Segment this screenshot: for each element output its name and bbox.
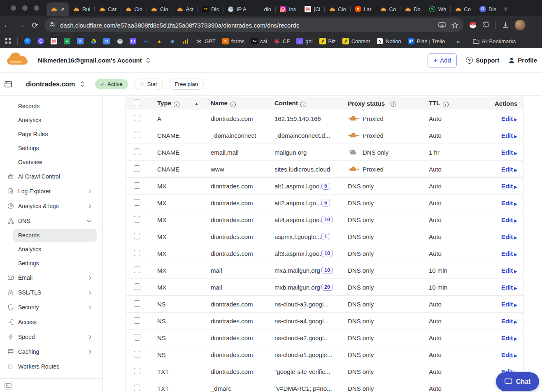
browser-profile-avatar[interactable]: [515, 20, 526, 30]
chat-button[interactable]: Chat: [496, 372, 539, 391]
bookmark-star-icon[interactable]: [451, 22, 458, 29]
extensions-puzzle-icon[interactable]: [482, 21, 490, 29]
info-icon[interactable]: i: [443, 102, 449, 107]
profile-link[interactable]: Profile: [508, 57, 537, 64]
sidebar-item-dns[interactable]: DNS: [0, 213, 102, 228]
edit-record-button[interactable]: Edit▶: [501, 149, 517, 156]
bookmark-item[interactable]: Calcal: [251, 38, 267, 44]
sidebar-item-access[interactable]: Access: [0, 315, 102, 329]
bookmark-item[interactable]: ⫻Content: [342, 38, 370, 44]
new-tab-button[interactable]: +: [504, 5, 508, 14]
sidebar-item-settings[interactable]: Settings: [0, 256, 102, 270]
bookmark-item[interactable]: Plan | Trello: [408, 38, 445, 44]
bookmark-item[interactable]: ∞: [143, 38, 149, 44]
sidebar-item-page-rules[interactable]: Page Rules: [0, 127, 102, 141]
browser-tab[interactable]: Co: [451, 2, 475, 16]
browser-tab[interactable]: Co: [376, 2, 400, 16]
bookmark-item[interactable]: 11: [103, 38, 110, 44]
account-switcher[interactable]: Nikmeden16@gmail.com's Account: [38, 57, 150, 64]
bookmark-item[interactable]: ◆: [169, 38, 176, 44]
browser-tab[interactable]: dio: [251, 2, 275, 16]
window-close-button[interactable]: [11, 5, 16, 11]
sidebar-item-ssl-tls[interactable]: SSL/TLS: [0, 285, 102, 300]
edit-record-button[interactable]: Edit▶: [501, 250, 517, 257]
forward-button[interactable]: →: [14, 21, 28, 30]
plan-badge[interactable]: Free plan: [169, 79, 204, 90]
browser-tab[interactable]: Do: [400, 2, 425, 16]
sidebar-item-records[interactable]: Records: [0, 99, 102, 113]
window-maximize-button[interactable]: [34, 5, 39, 11]
edit-record-button[interactable]: Edit▶: [501, 216, 517, 223]
sidebar-item-overview[interactable]: Overview: [0, 155, 102, 169]
bookmark-item[interactable]: C: [37, 38, 44, 44]
bookmark-item[interactable]: ⫻Biz: [319, 38, 336, 44]
edit-record-button[interactable]: Edit▶: [501, 334, 517, 341]
address-bar[interactable]: dash.cloudflare.com/e57aa3808fd8c5d1fa25…: [44, 18, 463, 32]
edit-record-button[interactable]: Edit▶: [501, 267, 517, 274]
bookmark-item[interactable]: ▲: [156, 38, 163, 44]
browser-tab[interactable]: Wh: [425, 2, 451, 16]
star-button[interactable]: ☆ Star: [134, 79, 163, 90]
apps-grid-icon[interactable]: [5, 38, 12, 44]
collapse-sidebar-button[interactable]: [4, 381, 13, 390]
info-icon[interactable]: i: [300, 102, 306, 107]
row-checkbox[interactable]: [134, 132, 140, 138]
sort-ascending-icon[interactable]: ▲: [195, 102, 198, 106]
sidebar-item-analytics[interactable]: Analytics: [0, 113, 102, 127]
browser-tab[interactable]: Rul: [69, 2, 95, 16]
window-minimize-button[interactable]: [22, 5, 28, 11]
all-bookmarks-folder[interactable]: All Bookmarks: [473, 38, 516, 44]
save-to-device-icon[interactable]: [438, 22, 446, 28]
bookmark-item[interactable]: ≡: [77, 38, 84, 44]
row-checkbox[interactable]: [134, 385, 140, 391]
browser-tab[interactable]: Clo: [325, 2, 350, 16]
sidebar-item-speed[interactable]: Speed: [0, 329, 102, 344]
tab-close-icon[interactable]: ✕: [60, 6, 65, 12]
column-proxy-status[interactable]: Proxy statusi: [342, 100, 421, 107]
row-checkbox[interactable]: [134, 283, 140, 290]
row-checkbox[interactable]: [134, 148, 140, 155]
row-checkbox[interactable]: [134, 165, 140, 172]
row-checkbox[interactable]: [134, 368, 140, 374]
bookmark-item[interactable]: NNotion: [377, 38, 401, 44]
extension-pokeball-icon[interactable]: [469, 21, 477, 29]
edit-record-button[interactable]: Edit▶: [501, 183, 517, 190]
bookmark-item[interactable]: CF: [274, 38, 290, 44]
bookmark-item[interactable]: +: [64, 38, 70, 44]
window-controls[interactable]: [0, 5, 47, 11]
edit-record-button[interactable]: Edit▶: [501, 318, 517, 325]
edit-record-button[interactable]: Edit▶: [501, 199, 517, 206]
bookmark-item[interactable]: [90, 38, 97, 44]
row-checkbox[interactable]: [134, 267, 140, 273]
browser-tab[interactable]: Act: [172, 2, 198, 16]
cloudflare-logo-icon[interactable]: [7, 52, 28, 68]
sidebar-item-records[interactable]: Records: [0, 228, 102, 242]
browser-tab[interactable]: ᗣDis: [475, 2, 500, 16]
column-ttl[interactable]: TTLi: [421, 100, 486, 108]
row-checkbox[interactable]: [134, 216, 140, 223]
add-button[interactable]: + Add: [428, 53, 457, 67]
row-checkbox[interactable]: [134, 233, 140, 239]
browser-tab[interactable]: DTDic: [198, 2, 223, 16]
row-checkbox[interactable]: [134, 115, 140, 121]
browser-tab[interactable]: Ins: [276, 2, 300, 16]
row-checkbox[interactable]: [134, 334, 140, 341]
sidebar-item-workers-routes[interactable]: Workers Routes: [0, 359, 102, 374]
bookmark-item[interactable]: ≡forms: [222, 38, 245, 44]
edit-record-button[interactable]: Edit▶: [501, 301, 517, 308]
bookmark-item[interactable]: [130, 38, 136, 44]
browser-tab[interactable]: M[Cl: [300, 2, 324, 16]
info-icon[interactable]: i: [391, 101, 396, 107]
sidebar-item-security[interactable]: Security: [0, 300, 102, 315]
bookmark-item[interactable]: ⌁ghl: [296, 38, 312, 44]
domain-selector-icon[interactable]: [80, 81, 84, 87]
edit-record-button[interactable]: Edit▶: [501, 284, 517, 291]
info-icon[interactable]: i: [230, 102, 236, 107]
row-checkbox[interactable]: [134, 182, 140, 189]
browser-tab[interactable]: ✕: [47, 2, 69, 16]
sidebar-item-ai-crawl-control[interactable]: AI Crawl Control: [0, 169, 102, 184]
bookmark-item[interactable]: GPT: [195, 38, 216, 44]
edit-record-button[interactable]: Edit▶: [501, 233, 517, 240]
sidebar-item-settings[interactable]: Settings: [0, 141, 102, 155]
browser-tab[interactable]: Clo: [147, 2, 172, 16]
